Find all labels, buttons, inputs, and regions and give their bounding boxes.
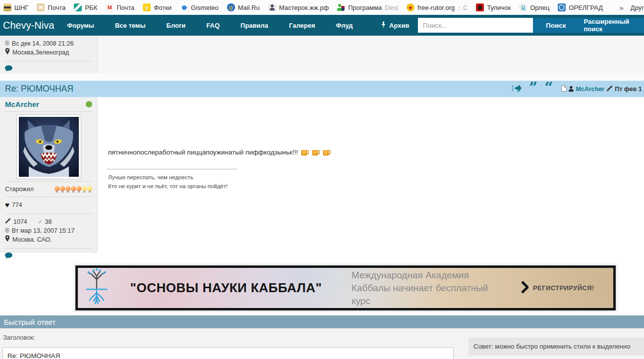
pushpin-icon	[381, 21, 386, 30]
gmail-favicon: M	[106, 3, 114, 11]
bookmark-label: Почта	[117, 4, 134, 11]
speech-bubble-icon[interactable]	[5, 65, 12, 73]
bookmark-rbk[interactable]: РБК	[74, 3, 97, 11]
bookmark-tupichok[interactable]: Тупичок	[476, 3, 511, 11]
signature-line: Кто не курит и не пьёт, тот на органы по…	[108, 182, 228, 191]
bookmark-label: Орлец	[530, 4, 549, 11]
ad-cta[interactable]: РЕГИСТРИРУЙСЯ!	[521, 281, 594, 296]
user-location: Москва. САО.	[12, 235, 52, 244]
location-pin-icon	[5, 235, 10, 244]
bookmark-label: Мастерок.жж.рф	[279, 4, 329, 11]
rutor-favicon: ★	[407, 3, 414, 11]
quote-open-icon[interactable]: “	[544, 85, 553, 93]
brand-logo[interactable]: Chevy-Niva	[3, 20, 54, 31]
signature: Лучше переспать, чем недоесть Кто не кур…	[108, 173, 228, 191]
nav-item-all-topics[interactable]: Все темы	[115, 22, 146, 29]
previous-post-author-panel: ®Вс дек 14, 2008 21:26 Москва,Зеленоград	[0, 36, 98, 73]
nav-item-flood[interactable]: Флуд	[336, 22, 353, 29]
bookmark-rutor[interactable]: ★free-rutor.org :: C	[407, 3, 468, 11]
bookmark-label: ОРЕЛГРАД	[569, 4, 603, 11]
yandex-fotki-favicon: y	[143, 3, 151, 11]
post-header-author-link[interactable]: McArcher	[576, 86, 605, 93]
user-icon	[568, 85, 574, 94]
mailru-favicon: @	[227, 3, 235, 11]
location-pin-icon	[5, 48, 10, 57]
other-bookmarks-label: Друг	[631, 4, 644, 11]
nav-item-rules[interactable]: Правила	[240, 22, 268, 29]
bookmark-label: Тупичок	[487, 4, 511, 11]
wolf-avatar-image	[19, 117, 79, 177]
bookmark-pochta-gmail[interactable]: MПочта	[106, 3, 134, 11]
beer-mug-icon	[322, 147, 331, 157]
bookmark-label: Mail.Ru	[238, 4, 260, 11]
signature-divider	[107, 169, 237, 169]
ad-banner[interactable]: "ОСНОВЫ НАУКИ КАББАЛА" Международная Ака…	[74, 264, 617, 312]
person-favicon	[268, 3, 276, 11]
nav-item-forums[interactable]: Форумы	[67, 22, 94, 29]
bookmark-shng[interactable]: ШНГ	[3, 3, 28, 11]
report-megaphone-icon[interactable]	[512, 84, 522, 94]
quick-reply-header: Быстрый ответ	[0, 315, 644, 328]
subject-label: Заголовок:	[3, 334, 35, 341]
document-icon	[561, 85, 567, 94]
nav-item-blogs[interactable]: Блоги	[167, 22, 186, 29]
envelope-favicon: ✉	[37, 3, 45, 11]
beer-mug-icon	[300, 147, 309, 157]
bookmark-pochta[interactable]: ✉Почта	[37, 3, 65, 11]
search-button[interactable]: Поиск	[546, 22, 566, 29]
archive-label: Архив	[389, 22, 409, 29]
nav-item-gallery[interactable]: Галерея	[289, 22, 315, 29]
avatar[interactable]	[16, 114, 81, 179]
nav-item-faq[interactable]: FAQ	[206, 22, 220, 29]
rbk-favicon	[74, 3, 82, 11]
pencil-icon	[5, 217, 11, 226]
ad-cta-label: РЕГИСТРИРУЙСЯ!	[533, 284, 594, 292]
bookmark-orlec[interactable]: ЦОрлец	[519, 3, 549, 11]
previous-post-date: Вс дек 14, 2008 21:26	[12, 39, 74, 48]
bookmark-label-faded: :: C	[458, 4, 468, 11]
post-author-panel: McArcher Старожил ♥774	[0, 97, 98, 253]
posted-date-icon: ®	[5, 39, 9, 48]
signature-line: Лучше переспать, чем недоесть	[108, 173, 228, 182]
bookmark-gismeteo[interactable]: Gismeteo	[180, 3, 219, 11]
subject-input[interactable]	[2, 347, 454, 359]
bookmarks-overflow-chevron-icon[interactable]: »	[620, 3, 624, 12]
bookmarks-bar: ШНГ ✉Почта РБК MПочта yФотки Gismeteo @M…	[0, 0, 644, 15]
quick-reply-title: Быстрый ответ	[4, 318, 56, 326]
likes-heart-icon: ♥	[5, 201, 9, 209]
advanced-search-link[interactable]: Расширенный поиск	[584, 18, 644, 33]
beer-mug-icon	[311, 147, 320, 157]
gismeteo-favicon	[180, 3, 188, 11]
main-nav: Chevy-Niva Форумы Все темы Блоги FAQ Пра…	[0, 15, 644, 36]
other-bookmarks[interactable]: Друг	[631, 4, 644, 11]
orlec-favicon: Ц	[519, 3, 527, 11]
previous-post-row: ®Вс дек 14, 2008 21:26 Москва,Зеленоград	[0, 36, 644, 73]
male-icon: ♂	[38, 217, 43, 226]
speech-bubble-icon[interactable]	[5, 252, 12, 260]
online-status-icon	[86, 101, 92, 107]
registered-date-icon: ®	[5, 226, 9, 235]
bookmark-label: Почта	[48, 4, 65, 11]
orelgrad-favicon	[558, 3, 566, 11]
previous-post-location: Москва,Зеленоград	[12, 48, 69, 57]
search-actions: Поиск Расширенный поиск	[533, 18, 644, 33]
tupichok-favicon	[476, 3, 484, 11]
bookmark-orelgrad[interactable]: ОРЕЛГРАД	[558, 3, 603, 11]
bookmark-dest[interactable]: Программа Dest	[337, 3, 398, 11]
bookmark-label: Программа	[348, 4, 382, 11]
dest-favicon	[337, 3, 345, 11]
post-header-actions: ” “ McArcher Пт фев 1	[512, 81, 642, 97]
bookmark-masterok[interactable]: Мастерок.жж.рф	[268, 3, 329, 11]
username-link[interactable]: McArcher	[5, 100, 39, 108]
post-header-edit-date: Пт фев 1	[615, 86, 642, 93]
registered-date: Вт мар 13, 2007 15:17	[12, 226, 75, 235]
pencil-icon[interactable]	[606, 85, 613, 94]
chevron-right-icon	[521, 281, 528, 296]
posts-count: 1074	[13, 217, 27, 226]
bookmark-label-faded: Dest	[385, 4, 398, 11]
bookmark-fotki[interactable]: yФотки	[143, 3, 172, 11]
bookmark-mailru[interactable]: @Mail.Ru	[227, 3, 260, 11]
nav-item-archive[interactable]: Архив	[381, 15, 409, 36]
quote-close-icon[interactable]: ”	[529, 85, 537, 93]
search-input[interactable]	[418, 18, 533, 33]
